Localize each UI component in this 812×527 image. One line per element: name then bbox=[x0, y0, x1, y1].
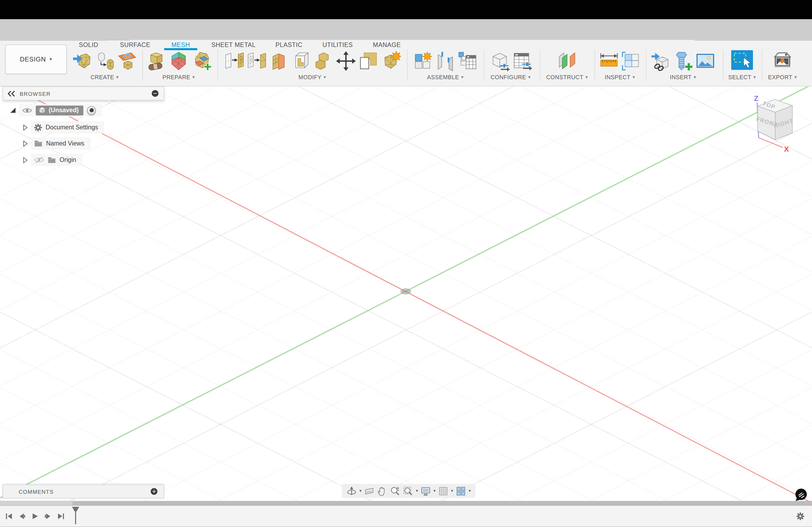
look-at-button[interactable] bbox=[364, 486, 374, 496]
tab-sheet-metal[interactable]: SHEET METAL bbox=[212, 41, 256, 49]
folder-icon bbox=[47, 157, 56, 163]
viewports-caret[interactable]: ▾ bbox=[469, 489, 471, 493]
view-cube[interactable]: TOP FRONT RIGHT Z X bbox=[750, 93, 797, 153]
workspace-selector[interactable]: DESIGN ▾ bbox=[5, 45, 67, 74]
configure-cube-icon bbox=[489, 51, 510, 71]
replace-with-primitive-button[interactable] bbox=[358, 51, 378, 71]
group-label-export[interactable]: EXPORT▾ bbox=[768, 74, 797, 80]
display-settings-button[interactable] bbox=[421, 486, 431, 496]
zoom-window-button[interactable] bbox=[403, 486, 414, 496]
repair-mesh-button[interactable] bbox=[146, 51, 167, 71]
viewport-canvas[interactable]: BROWSER (Unsaved) Document Settings bbox=[0, 86, 812, 501]
edit-face-groups-button[interactable] bbox=[190, 51, 211, 71]
new-component-button[interactable] bbox=[413, 51, 434, 71]
play-button[interactable] bbox=[31, 512, 39, 520]
expand-triangle-icon[interactable] bbox=[11, 107, 16, 113]
feedback-chat-button[interactable] bbox=[794, 488, 808, 501]
create-mesh-starburst-icon bbox=[380, 51, 401, 71]
insert-fastener-button[interactable] bbox=[672, 51, 693, 71]
measure-button[interactable] bbox=[598, 51, 619, 71]
tab-manage[interactable]: MANAGE bbox=[373, 41, 401, 49]
group-label-modify[interactable]: MODIFY▾ bbox=[223, 74, 402, 80]
reduce-icon bbox=[246, 51, 267, 71]
construct-plane-button[interactable] bbox=[557, 51, 578, 71]
collapse-panel-icon[interactable] bbox=[7, 90, 16, 97]
viewports-button[interactable] bbox=[456, 486, 466, 496]
plane-cut-button[interactable] bbox=[269, 51, 289, 71]
group-label-prepare[interactable]: PREPARE▾ bbox=[146, 74, 212, 80]
zoom-button[interactable] bbox=[390, 486, 401, 496]
move-copy-button[interactable] bbox=[335, 51, 356, 71]
create-mesh-button[interactable] bbox=[380, 51, 401, 71]
mesh-section-sketch-icon bbox=[117, 51, 137, 71]
remesh-icon bbox=[224, 51, 245, 71]
application-bar: ▾ ▾ ▾ Untitled × + bbox=[0, 19, 812, 40]
select-button[interactable] bbox=[730, 50, 753, 73]
browser-row-document-settings[interactable]: Document Settings bbox=[23, 121, 104, 133]
select-icon bbox=[730, 50, 753, 70]
timeline-scroll-track[interactable] bbox=[0, 501, 812, 506]
orbit-button[interactable] bbox=[347, 486, 357, 496]
insert-mesh-button[interactable] bbox=[72, 51, 93, 71]
pan-button[interactable] bbox=[377, 486, 388, 496]
insert-canvas-button[interactable] bbox=[695, 51, 715, 71]
skip-to-start-button[interactable] bbox=[5, 512, 13, 520]
tab-utilities[interactable]: UTILITIES bbox=[322, 41, 353, 49]
skip-to-end-button[interactable] bbox=[57, 512, 65, 520]
grid-snaps-button[interactable] bbox=[438, 486, 449, 496]
collapsed-triangle-icon[interactable] bbox=[23, 124, 28, 131]
group-label-construct[interactable]: CONSTRUCT▾ bbox=[545, 74, 589, 80]
group-label-create[interactable]: CREATE▾ bbox=[69, 74, 140, 80]
export-button[interactable] bbox=[772, 51, 793, 71]
timeline-position-marker[interactable] bbox=[72, 507, 79, 526]
generate-face-groups-button[interactable] bbox=[169, 51, 189, 71]
browser-root-row[interactable]: (Unsaved) bbox=[11, 104, 102, 117]
group-label-insert[interactable]: INSERT▾ bbox=[647, 74, 719, 80]
zoom-window-caret[interactable]: ▾ bbox=[416, 489, 418, 493]
make-closed-mesh-button[interactable] bbox=[291, 51, 311, 71]
visibility-off-eye-icon[interactable] bbox=[34, 156, 44, 163]
orbit-caret[interactable]: ▾ bbox=[359, 489, 362, 493]
root-component-selected[interactable]: (Unsaved) bbox=[36, 105, 83, 115]
group-label-assemble[interactable]: ASSEMBLE▾ bbox=[412, 74, 479, 80]
timeline-settings-button[interactable] bbox=[796, 512, 804, 523]
activate-component-radio[interactable] bbox=[87, 106, 96, 115]
remesh-button[interactable] bbox=[224, 51, 245, 71]
tab-surface[interactable]: SURFACE bbox=[120, 41, 150, 49]
browser-row-named-views[interactable]: Named Views bbox=[23, 137, 90, 149]
combine-button[interactable] bbox=[313, 51, 334, 71]
viewports-icon bbox=[456, 486, 466, 496]
play-icon bbox=[31, 512, 39, 520]
comments-bar[interactable]: COMMENTS bbox=[3, 485, 164, 499]
visibility-eye-icon[interactable] bbox=[22, 107, 32, 114]
configure-button[interactable] bbox=[489, 51, 510, 71]
tab-solid[interactable]: SOLID bbox=[79, 41, 98, 49]
collapsed-triangle-icon[interactable] bbox=[23, 157, 28, 163]
timeline-scroll-thumb[interactable] bbox=[73, 501, 812, 506]
collapsed-triangle-icon[interactable] bbox=[23, 140, 28, 147]
display-settings-caret[interactable]: ▾ bbox=[434, 489, 436, 493]
section-analysis-button[interactable] bbox=[621, 51, 641, 71]
browser-row-origin[interactable]: Origin bbox=[23, 154, 83, 166]
convert-mesh-button[interactable] bbox=[94, 51, 115, 71]
bill-of-materials-button[interactable] bbox=[457, 51, 478, 71]
browser-collapse-button[interactable] bbox=[152, 90, 159, 97]
group-label-inspect[interactable]: INSPECT▾ bbox=[597, 74, 643, 80]
joint-button[interactable] bbox=[435, 51, 455, 71]
add-comment-button[interactable] bbox=[151, 488, 157, 495]
step-back-button[interactable] bbox=[18, 512, 26, 520]
tab-plastic[interactable]: PLASTIC bbox=[276, 41, 302, 49]
workspace-caret: ▾ bbox=[50, 57, 52, 61]
step-forward-button[interactable] bbox=[44, 512, 52, 520]
group-label-configure[interactable]: CONFIGURE▾ bbox=[487, 74, 534, 80]
origin-point[interactable] bbox=[400, 288, 411, 294]
configuration-table-button[interactable] bbox=[511, 51, 532, 71]
group-label-select[interactable]: SELECT▾ bbox=[728, 74, 757, 80]
browser-panel-header[interactable]: BROWSER bbox=[3, 86, 164, 100]
grid-snaps-caret[interactable]: ▾ bbox=[451, 489, 453, 493]
mesh-section-sketch-button[interactable] bbox=[117, 51, 137, 71]
reduce-button[interactable] bbox=[246, 51, 267, 71]
export-3d-print-icon bbox=[772, 51, 793, 71]
insert-derive-button[interactable] bbox=[650, 51, 671, 71]
group-separator bbox=[484, 50, 484, 81]
